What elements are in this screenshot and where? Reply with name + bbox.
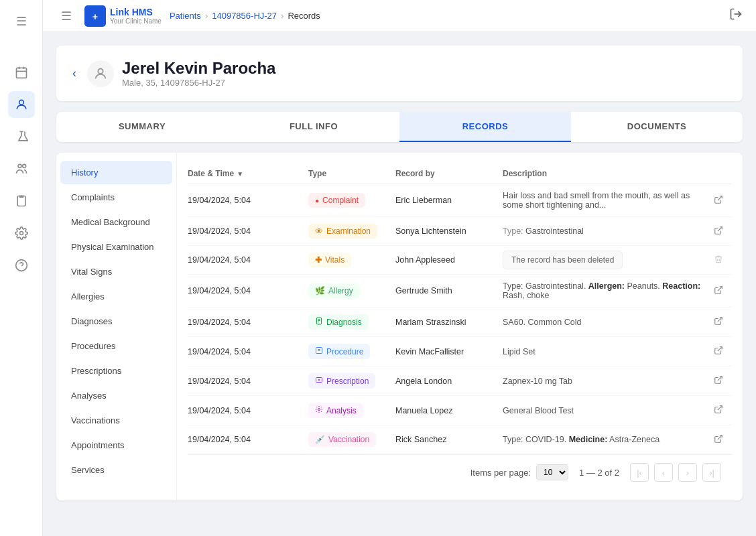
nav-medical-background[interactable]: Medical Background [60, 210, 172, 234]
logo-icon: + [84, 5, 106, 27]
row-datetime: 19/04/2024, 5:04 [188, 318, 308, 327]
row-description: The record has been deleted [503, 255, 705, 265]
table-row: 19/04/2024, 5:04 Prescription Angela Lon… [188, 366, 732, 396]
menu-icon[interactable]: ☰ [8, 8, 35, 35]
col-type: Type [308, 169, 395, 178]
open-record-button[interactable] [705, 316, 732, 328]
svg-point-8 [19, 232, 23, 235]
svg-line-22 [718, 318, 722, 322]
logo-name: Link HMS [110, 7, 162, 17]
row-description: Hair loss and bad smell from the mouth, … [503, 191, 705, 210]
svg-line-15 [718, 196, 722, 200]
table-row: 19/04/2024, 5:04 Procedure Kevin MacFall… [188, 337, 732, 366]
table-header: Date & Time ▼ Type Record by Description [188, 163, 732, 184]
tab-documents[interactable]: DOCUMENTS [571, 112, 743, 142]
records-container: History Complaints Medical Background Ph… [56, 153, 743, 500]
open-record-button[interactable] [705, 405, 732, 416]
badge-procedure: Procedure [308, 344, 370, 359]
nav-appointments[interactable]: Appointments [60, 433, 172, 457]
badge-examination: 👁 Examination [308, 224, 377, 239]
back-button[interactable]: ‹ [72, 66, 76, 80]
nav-physical-examination[interactable]: Physical Examination [60, 235, 172, 259]
first-page-button[interactable]: |‹ [630, 463, 649, 482]
nav-history[interactable]: History [60, 161, 172, 184]
badge-icon: 🌿 [315, 286, 325, 295]
deleted-tooltip: The record has been deleted [503, 251, 623, 269]
row-record-by: Kevin MacFallister [395, 347, 503, 356]
open-record-button[interactable] [705, 434, 732, 446]
open-record-button[interactable] [705, 346, 732, 357]
nav-services[interactable]: Services [60, 458, 172, 482]
nav-prescriptions[interactable]: Prescriptions [60, 359, 172, 383]
nav-diagnoses[interactable]: Diagnoses [60, 310, 172, 333]
row-type: Prescription [308, 373, 395, 389]
open-record-button[interactable] [705, 195, 732, 206]
calendar-icon[interactable] [8, 59, 35, 86]
col-datetime[interactable]: Date & Time ▼ [188, 169, 308, 178]
table-row: 19/04/2024, 5:04 ● Complaint Eric Lieber… [188, 184, 732, 217]
badge-analysis: Analysis [308, 403, 363, 418]
row-datetime: 19/04/2024, 5:04 [188, 406, 308, 415]
badge-icon: 👁 [315, 226, 323, 236]
breadcrumb-patients[interactable]: Patients [170, 11, 201, 21]
open-record-button[interactable] [705, 226, 732, 237]
flask-icon[interactable] [8, 123, 35, 150]
row-description: General Blood Test [503, 406, 705, 415]
patient-name: Jerel Kevin Parocha [122, 59, 275, 78]
nav-vaccinations[interactable]: Vaccinations [60, 409, 172, 432]
items-per-page-select[interactable]: 10 25 50 [536, 464, 568, 480]
next-page-button[interactable]: › [678, 463, 697, 482]
row-record-by: Sonya Lichtenstein [395, 226, 503, 236]
badge-icon: ✚ [315, 255, 322, 265]
delete-icon[interactable] [705, 255, 732, 266]
patient-icon[interactable] [8, 91, 35, 118]
patient-details: Male, 35, 14097856-HJ-27 [122, 78, 275, 88]
help-icon[interactable] [8, 252, 35, 279]
pagination: Items per page: 10 25 50 1 — 2 of 2 |‹ ‹… [188, 454, 732, 490]
prev-page-button[interactable]: ‹ [654, 463, 673, 482]
svg-line-26 [718, 347, 722, 351]
open-record-button[interactable] [705, 375, 732, 387]
logout-icon[interactable] [729, 7, 743, 24]
badge-icon [315, 346, 323, 356]
page-content: ‹ Jerel Kevin Parocha Male, 35, 14097856… [43, 32, 756, 536]
open-record-button[interactable] [705, 285, 732, 297]
patient-info: Jerel Kevin Parocha Male, 35, 14097856-H… [122, 59, 275, 88]
breadcrumb-patient-id[interactable]: 14097856-HJ-27 [212, 11, 277, 21]
svg-point-6 [22, 164, 25, 168]
row-datetime: 19/04/2024, 5:04 [188, 377, 308, 386]
svg-line-32 [718, 435, 722, 439]
row-type: ● Complaint [308, 193, 395, 208]
topbar-menu-icon[interactable]: ☰ [56, 6, 76, 26]
svg-line-31 [718, 406, 722, 410]
group-icon[interactable] [8, 155, 35, 182]
row-type: 🌿 Allergy [308, 283, 395, 298]
table-row: 19/04/2024, 5:04 Analysis Manuela Lopez … [188, 396, 732, 425]
nav-allergies[interactable]: Allergies [60, 285, 172, 308]
badge-complaint: ● Complaint [308, 193, 365, 208]
svg-text:+: + [92, 11, 98, 21]
tab-summary[interactable]: SUMMARY [56, 112, 228, 142]
row-description: Type: Gastrointestinal [503, 226, 705, 236]
svg-rect-0 [16, 68, 26, 78]
last-page-button[interactable]: ›| [702, 463, 721, 482]
clipboard-icon[interactable] [8, 188, 35, 214]
nav-complaints[interactable]: Complaints [60, 186, 172, 209]
main-content: ☰ + Link HMS Your Clinic Name Patients ›… [43, 0, 756, 536]
table-row: 19/04/2024, 5:04 💉 Vaccination Rick Sanc… [188, 425, 732, 454]
badge-icon [315, 317, 323, 327]
nav-vital-signs[interactable]: Vital Signs [60, 260, 172, 283]
tab-records[interactable]: RECORDS [399, 112, 571, 142]
settings-icon[interactable] [8, 220, 35, 247]
nav-analyses[interactable]: Analyses [60, 384, 172, 407]
tab-full-info[interactable]: FULL INFO [228, 112, 399, 142]
table-row: 19/04/2024, 5:04 ✚ Vitals John Appleseed… [188, 246, 732, 275]
row-description: Type: COVID-19. Medicine: Astra-Zeneca [503, 435, 705, 444]
col-description: Description [503, 169, 705, 178]
row-description: Lipid Set [503, 347, 705, 356]
row-type: ✚ Vitals [308, 253, 395, 267]
nav-procedures[interactable]: Procedures [60, 334, 172, 358]
row-datetime: 19/04/2024, 5:04 [188, 226, 308, 236]
topbar: ☰ + Link HMS Your Clinic Name Patients ›… [43, 0, 756, 32]
badge-icon [315, 405, 323, 415]
